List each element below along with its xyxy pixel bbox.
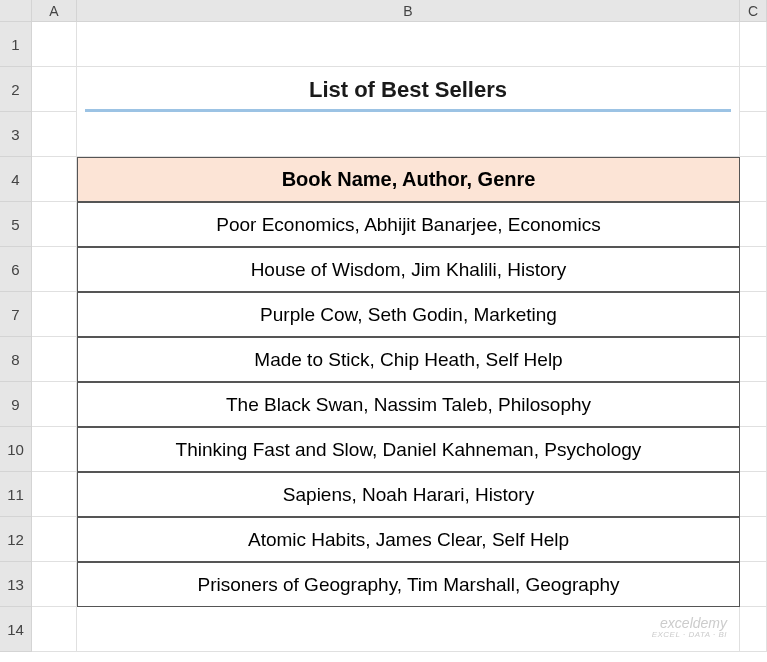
cell-a6[interactable] — [32, 247, 77, 292]
cell-a4[interactable] — [32, 157, 77, 202]
table-row[interactable]: Atomic Habits, James Clear, Self Help — [77, 517, 740, 562]
row-header-11[interactable]: 11 — [0, 472, 32, 517]
cell-c1[interactable] — [740, 22, 767, 67]
select-all-corner[interactable] — [0, 0, 32, 22]
col-header-a[interactable]: A — [32, 0, 77, 22]
row-header-12[interactable]: 12 — [0, 517, 32, 562]
table-row[interactable]: Prisoners of Geography, Tim Marshall, Ge… — [77, 562, 740, 607]
cell-c6[interactable] — [740, 247, 767, 292]
row-header-5[interactable]: 5 — [0, 202, 32, 247]
row-header-8[interactable]: 8 — [0, 337, 32, 382]
table-row[interactable]: Sapiens, Noah Harari, History — [77, 472, 740, 517]
cell-a12[interactable] — [32, 517, 77, 562]
cell-c11[interactable] — [740, 472, 767, 517]
cell-a2[interactable] — [32, 67, 77, 112]
row-header-6[interactable]: 6 — [0, 247, 32, 292]
cell-a9[interactable] — [32, 382, 77, 427]
col-header-c[interactable]: C — [740, 0, 767, 22]
cell-c10[interactable] — [740, 427, 767, 472]
cell-c4[interactable] — [740, 157, 767, 202]
watermark-sub: EXCEL · DATA · BI — [652, 631, 727, 640]
cell-a3[interactable] — [32, 112, 77, 157]
spreadsheet-grid: A B C 1 2 List of Best Sellers 3 4 Book … — [0, 0, 767, 652]
cell-a14[interactable] — [32, 607, 77, 652]
row-header-4[interactable]: 4 — [0, 157, 32, 202]
row-header-9[interactable]: 9 — [0, 382, 32, 427]
col-header-b[interactable]: B — [77, 0, 740, 22]
cell-c14[interactable] — [740, 607, 767, 652]
cell-a10[interactable] — [32, 427, 77, 472]
cell-a8[interactable] — [32, 337, 77, 382]
cell-b14[interactable] — [77, 607, 740, 652]
page-title[interactable]: List of Best Sellers — [77, 67, 740, 112]
cell-c13[interactable] — [740, 562, 767, 607]
cell-c9[interactable] — [740, 382, 767, 427]
cell-b1[interactable] — [77, 22, 740, 67]
table-row[interactable]: Poor Economics, Abhijit Banarjee, Econom… — [77, 202, 740, 247]
row-header-10[interactable]: 10 — [0, 427, 32, 472]
row-header-7[interactable]: 7 — [0, 292, 32, 337]
cell-c2[interactable] — [740, 67, 767, 112]
table-row[interactable]: House of Wisdom, Jim Khalili, History — [77, 247, 740, 292]
cell-c8[interactable] — [740, 337, 767, 382]
cell-c12[interactable] — [740, 517, 767, 562]
table-row[interactable]: Made to Stick, Chip Heath, Self Help — [77, 337, 740, 382]
cell-a7[interactable] — [32, 292, 77, 337]
cell-c3[interactable] — [740, 112, 767, 157]
cell-a11[interactable] — [32, 472, 77, 517]
cell-a1[interactable] — [32, 22, 77, 67]
table-row[interactable]: Thinking Fast and Slow, Daniel Kahneman,… — [77, 427, 740, 472]
row-header-13[interactable]: 13 — [0, 562, 32, 607]
row-header-2[interactable]: 2 — [0, 67, 32, 112]
cell-c5[interactable] — [740, 202, 767, 247]
row-header-1[interactable]: 1 — [0, 22, 32, 67]
cell-b3[interactable] — [77, 112, 740, 157]
cell-c7[interactable] — [740, 292, 767, 337]
cell-a5[interactable] — [32, 202, 77, 247]
row-header-14[interactable]: 14 — [0, 607, 32, 652]
watermark-main: exceldemy — [652, 616, 727, 631]
watermark: exceldemy EXCEL · DATA · BI — [652, 616, 727, 640]
table-row[interactable]: Purple Cow, Seth Godin, Marketing — [77, 292, 740, 337]
table-header[interactable]: Book Name, Author, Genre — [77, 157, 740, 202]
table-row[interactable]: The Black Swan, Nassim Taleb, Philosophy — [77, 382, 740, 427]
row-header-3[interactable]: 3 — [0, 112, 32, 157]
cell-a13[interactable] — [32, 562, 77, 607]
